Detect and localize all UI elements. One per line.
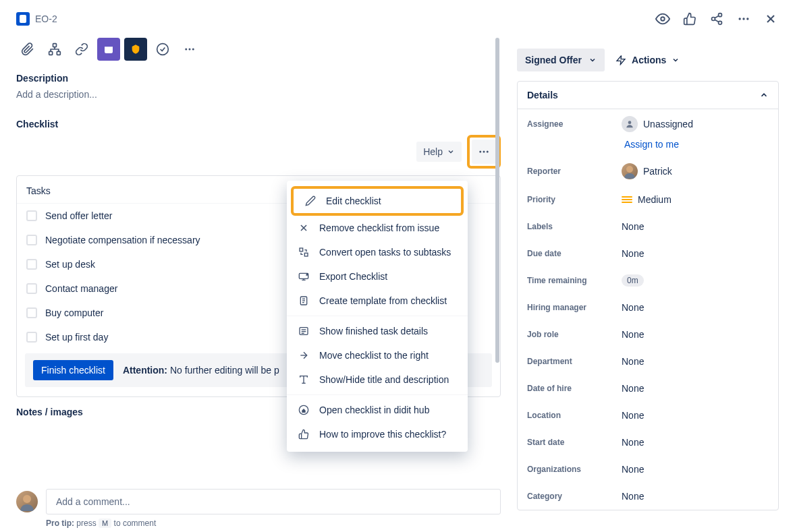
chevron-up-icon xyxy=(759,90,769,100)
convert-icon xyxy=(298,246,310,258)
finish-checklist-button[interactable]: Finish checklist xyxy=(33,360,113,380)
pro-tip: Pro tip: press M to comment xyxy=(46,519,501,528)
checkbox-icon[interactable] xyxy=(26,307,37,318)
status-button[interactable]: Signed Offer xyxy=(517,49,605,71)
menu-show-finished[interactable]: Show finished task details xyxy=(287,319,468,343)
checklist-tool-icon[interactable] xyxy=(151,38,174,61)
svg-point-15 xyxy=(185,49,187,51)
assignee-row[interactable]: Assignee Unassigned xyxy=(518,109,778,139)
description-input[interactable]: Add a description... xyxy=(16,89,501,100)
dateofhire-row[interactable]: Date of hireNone xyxy=(518,375,778,402)
location-row[interactable]: LocationNone xyxy=(518,402,778,429)
breadcrumb[interactable]: EO-2 xyxy=(16,12,57,26)
thumbs-up-icon xyxy=(298,428,310,440)
svg-line-5 xyxy=(715,16,719,18)
actions-button[interactable]: Actions xyxy=(615,55,680,65)
watch-icon[interactable] xyxy=(655,11,671,27)
details-header[interactable]: Details xyxy=(518,82,778,109)
svg-point-16 xyxy=(189,49,191,51)
menu-improve[interactable]: How to improve this checklist? xyxy=(287,422,468,446)
app-icon-purple[interactable] xyxy=(97,38,120,61)
svg-point-22 xyxy=(628,121,632,124)
checkbox-icon[interactable] xyxy=(26,283,37,294)
svg-point-20 xyxy=(487,151,489,153)
assign-to-me-link[interactable]: Assign to me xyxy=(615,139,778,156)
duedate-row[interactable]: Due dateNone xyxy=(518,240,778,267)
svg-point-1 xyxy=(719,13,722,17)
pencil-icon xyxy=(304,195,317,207)
comment-area: Add a comment... Pro tip: press M to com… xyxy=(16,489,501,532)
link-icon[interactable] xyxy=(70,38,93,61)
reporter-row[interactable]: Reporter Patrick xyxy=(518,156,778,186)
checkbox-icon[interactable] xyxy=(26,235,37,245)
menu-open-hub[interactable]: Open checklist in didit hub xyxy=(287,398,468,422)
checklist-help-button[interactable]: Help xyxy=(416,142,462,162)
user-avatar xyxy=(16,491,38,512)
category-row[interactable]: CategoryNone xyxy=(518,483,778,510)
svg-point-3 xyxy=(719,21,722,24)
issue-header: EO-2 xyxy=(0,0,795,38)
svg-point-21 xyxy=(23,495,31,503)
svg-rect-11 xyxy=(53,44,57,47)
svg-point-14 xyxy=(157,44,169,55)
svg-point-17 xyxy=(192,49,194,51)
svg-point-19 xyxy=(483,151,485,153)
svg-point-8 xyxy=(746,18,748,20)
issue-toolbar xyxy=(16,38,501,61)
checklist-more-button[interactable] xyxy=(472,140,496,164)
menu-create-template[interactable]: Create template from checklist xyxy=(287,289,468,313)
svg-rect-27 xyxy=(304,253,308,256)
like-icon[interactable] xyxy=(682,11,698,27)
description-label: Description xyxy=(16,73,501,84)
svg-point-0 xyxy=(661,17,665,21)
issue-type-icon xyxy=(16,12,30,26)
svg-line-4 xyxy=(715,20,719,22)
more-icon[interactable] xyxy=(736,11,752,27)
svg-rect-12 xyxy=(49,51,53,55)
child-issue-icon[interactable] xyxy=(43,38,66,61)
svg-rect-13 xyxy=(57,51,60,55)
menu-show-hide-title[interactable]: Show/Hide title and description xyxy=(287,367,468,392)
export-icon xyxy=(298,270,310,283)
template-icon xyxy=(298,295,310,307)
hiring-row[interactable]: Hiring managerNone xyxy=(518,294,778,321)
menu-export-checklist[interactable]: Export Checklist xyxy=(287,264,468,289)
checkbox-icon[interactable] xyxy=(26,259,37,270)
priority-row[interactable]: Priority Medium xyxy=(518,186,778,213)
svg-point-23 xyxy=(626,166,633,173)
menu-move-right[interactable]: Move checklist to the right xyxy=(287,343,468,367)
share-icon[interactable] xyxy=(709,11,725,27)
close-icon[interactable] xyxy=(763,11,779,27)
text-icon xyxy=(298,374,310,386)
startdate-row[interactable]: Start dateNone xyxy=(518,429,778,456)
checkbox-icon[interactable] xyxy=(26,332,37,343)
header-actions xyxy=(655,11,779,27)
time-badge: 0m xyxy=(622,274,644,287)
svg-point-18 xyxy=(479,151,481,153)
labels-row[interactable]: LabelsNone xyxy=(518,213,778,240)
checklist-label: Checklist xyxy=(16,119,501,129)
checkbox-icon[interactable] xyxy=(26,210,37,221)
home-icon xyxy=(298,404,310,416)
comment-input[interactable]: Add a comment... xyxy=(46,489,501,514)
menu-convert-subtasks[interactable]: Convert open tasks to subtasks xyxy=(287,240,468,264)
department-row[interactable]: DepartmentNone xyxy=(518,348,778,375)
menu-remove-checklist[interactable]: Remove checklist from issue xyxy=(287,216,468,240)
scrollbar[interactable] xyxy=(495,38,501,471)
svg-point-6 xyxy=(739,18,741,20)
list-icon xyxy=(298,325,310,337)
svg-point-7 xyxy=(742,18,744,20)
toolbar-more-icon[interactable] xyxy=(178,38,201,61)
menu-edit-checklist[interactable]: Edit checklist xyxy=(291,186,464,216)
attention-text: Attention: No further editing will be p xyxy=(123,365,279,376)
checklist-dropdown-menu: Edit checklist Remove checklist from iss… xyxy=(287,181,468,452)
jobrole-row[interactable]: Job roleNone xyxy=(518,321,778,348)
app-icon-shield[interactable] xyxy=(124,38,147,61)
orgs-row[interactable]: OrganizationsNone xyxy=(518,456,778,483)
priority-medium-icon xyxy=(622,196,632,203)
svg-rect-26 xyxy=(300,248,303,252)
attach-icon[interactable] xyxy=(16,38,39,61)
details-panel: Details Assignee Unassigned Assign to me… xyxy=(517,81,779,510)
timeremaining-row[interactable]: Time remaining0m xyxy=(518,267,778,294)
issue-key: EO-2 xyxy=(35,13,57,24)
